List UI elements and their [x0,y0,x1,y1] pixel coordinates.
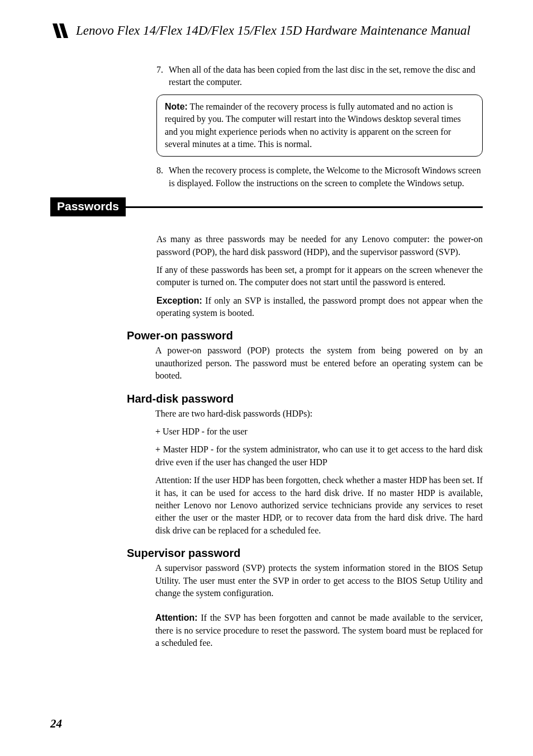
step-text: When all of the data has been copied fro… [169,64,483,89]
supervisor-password-heading: Supervisor password [127,547,483,560]
note-box: Note: The remainder of the recovery proc… [156,94,483,157]
section-header-line [126,206,483,208]
hard-disk-bullet-1: + User HDP - for the user [155,426,483,438]
attention-label: Attention: [155,613,198,622]
supervisor-text: A supervisor password (SVP) protects the… [155,562,483,599]
supervisor-attention: Attention: If the SVP has been forgotten… [155,612,483,649]
passwords-section-header: Passwords [50,197,126,216]
passwords-exception: Exception: If only an SVP is installed, … [156,295,483,320]
power-on-password-text: A power-on password (POP) protects the s… [155,344,483,382]
step-number: 7. [156,64,169,89]
step-number: 8. [156,164,169,190]
passwords-intro-2: If any of these passwords has been set, … [156,264,483,289]
hard-disk-attention: Attention: If the user HDP has been forg… [155,474,483,537]
attention-text: If the SVP has been forgotten and cannot… [155,613,483,648]
hard-disk-intro: There are two hard-disk passwords (HDPs)… [155,408,483,420]
power-on-password-heading: Power-on password [127,329,483,342]
step-8: 8. When the recovery process is complete… [156,164,483,190]
exception-text: If only an SVP is installed, the passwor… [156,296,483,318]
step-text: When the recovery process is complete, t… [169,164,483,190]
hard-disk-bullet-2: + Master HDP - for the system administra… [155,443,483,469]
page-number: 24 [50,717,62,731]
document-title: Lenovo Flex 14/Flex 14D/Flex 15/Flex 15D… [76,22,470,39]
note-label: Note: [165,102,188,111]
slash-logo-icon [50,22,70,41]
note-text: The remainder of the recovery process is… [165,102,461,149]
passwords-intro-1: As many as three passwords may be needed… [156,233,483,258]
step-7: 7. When all of the data has been copied … [156,64,483,89]
section-header-row: Passwords [50,197,483,216]
exception-label: Exception: [156,296,202,305]
page-header: Lenovo Flex 14/Flex 14D/Flex 15/Flex 15D… [50,22,483,41]
hard-disk-password-heading: Hard-disk password [127,393,483,405]
